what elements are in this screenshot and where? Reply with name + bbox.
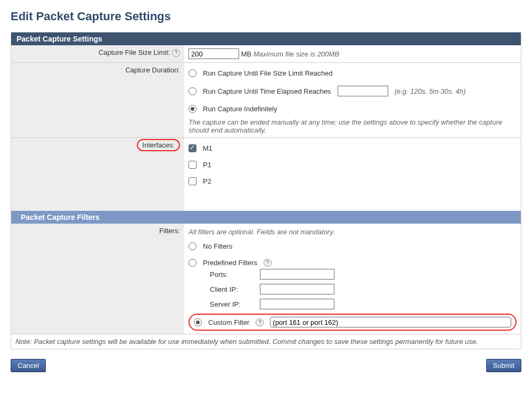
radio-label: Predefined Filters: [203, 259, 257, 267]
cell-duration: Run Capture Until File Size Limit Reache…: [184, 63, 521, 138]
client-ip-label: Client IP:: [210, 285, 252, 293]
button-bar: Cancel Submit: [0, 349, 532, 378]
subfield-ports: Ports:: [210, 269, 517, 280]
custom-filter-input[interactable]: [270, 317, 511, 327]
radio-no-filters[interactable]: No Filters: [189, 242, 517, 250]
checkbox-label: P2: [203, 177, 211, 185]
custom-filter-block: Custom Filter ?: [189, 314, 517, 331]
settings-panel: Packet Capture Settings Capture File Siz…: [11, 32, 521, 349]
time-elapsed-input[interactable]: [338, 86, 388, 96]
radio-icon: [189, 69, 197, 77]
section-header-capture-settings: Packet Capture Settings: [11, 32, 521, 45]
duration-note: The capture can be ended manually at any…: [189, 118, 517, 134]
checkbox-label: M1: [203, 144, 212, 152]
page-title: Edit Packet Capture Settings: [0, 0, 532, 28]
cell-file-size: MB Maximum file size is 200MB: [184, 45, 521, 63]
radio-duration-indef[interactable]: Run Capture Indefinitely: [189, 105, 517, 113]
radio-icon: [189, 259, 197, 267]
label-interfaces-cell: Interfaces:: [11, 138, 184, 211]
file-size-unit: MB: [241, 50, 252, 58]
file-size-hint: Maximum file size is 200MB: [253, 50, 339, 58]
radio-icon: [189, 87, 197, 95]
subfield-client-ip: Client IP:: [210, 284, 517, 294]
cell-filters: All filters are optional. Fields are not…: [184, 224, 521, 334]
checkbox-icon: [189, 161, 197, 169]
section-header-filters: Packet Capture Filters: [11, 211, 521, 224]
filters-hint: All filters are optional. Fields are not…: [189, 228, 517, 236]
subfield-server-ip: Server IP:: [210, 299, 517, 309]
label-interfaces: Interfaces:: [137, 139, 180, 151]
label-file-size-text: Capture File Size Limit:: [99, 48, 170, 56]
cell-interfaces: M1 P1 P2: [184, 138, 521, 211]
help-icon[interactable]: ?: [264, 259, 272, 267]
server-ip-input[interactable]: [260, 299, 334, 309]
checkbox-m1[interactable]: M1: [189, 144, 517, 152]
label-duration: Capture Duration:: [11, 63, 184, 138]
filters-table: Filters: All filters are optional. Field…: [11, 224, 521, 349]
radio-icon: [194, 318, 202, 326]
checkbox-label: P1: [203, 161, 211, 169]
help-icon[interactable]: ?: [172, 49, 180, 57]
cancel-button[interactable]: Cancel: [11, 359, 46, 372]
file-size-input[interactable]: [189, 48, 239, 59]
client-ip-input[interactable]: [260, 284, 334, 294]
radio-predef-filters[interactable]: Predefined Filters ?: [189, 259, 517, 267]
time-elapsed-hint: (e.g. 120s, 5m 30s, 4h): [395, 87, 466, 95]
radio-label: Run Capture Until Time Elapsed Reaches: [203, 87, 331, 95]
label-file-size: Capture File Size Limit: ?: [11, 45, 184, 63]
checkbox-icon: [189, 144, 197, 152]
server-ip-label: Server IP:: [210, 300, 252, 308]
radio-duration-filesize[interactable]: Run Capture Until File Size Limit Reache…: [189, 69, 517, 77]
checkbox-p1[interactable]: P1: [189, 161, 517, 169]
help-icon[interactable]: ?: [256, 318, 264, 326]
label-filters: Filters:: [11, 224, 184, 334]
checkbox-p2[interactable]: P2: [189, 177, 517, 185]
radio-label: Run Capture Until File Size Limit Reache…: [203, 69, 333, 77]
radio-icon: [189, 105, 197, 113]
submit-button[interactable]: Submit: [486, 359, 521, 372]
checkbox-icon: [189, 177, 197, 185]
ports-label: Ports:: [210, 270, 252, 278]
radio-duration-time[interactable]: Run Capture Until Time Elapsed Reaches (…: [189, 86, 517, 96]
ports-input[interactable]: [260, 269, 334, 280]
radio-label: No Filters: [203, 242, 233, 250]
radio-label: Run Capture Indefinitely: [203, 105, 277, 113]
form-table: Capture File Size Limit: ? MB Maximum fi…: [11, 45, 521, 211]
radio-icon: [189, 242, 197, 250]
footnote: Note: Packet capture settings will be av…: [11, 334, 521, 349]
radio-custom-filter-label: Custom Filter: [208, 318, 249, 326]
